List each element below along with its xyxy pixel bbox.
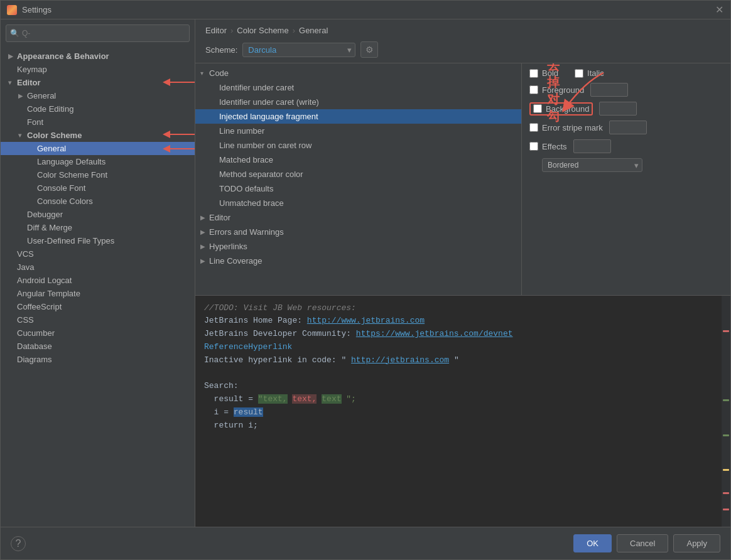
code-result-highlight: result [234,407,263,417]
main-content: Editor › Color Scheme › General Scheme: … [195,19,730,527]
sidebar-item-console-colors[interactable]: Console Colors [1,195,195,208]
scheme-tree-matched-brace[interactable]: Matched brace [195,153,521,167]
bold-checkbox-label[interactable]: Bold [529,68,558,78]
window-title: Settings [22,5,714,14]
highlight-text2: text, [292,394,317,404]
expand-arrow: ▶ [8,53,17,60]
sidebar-item-lang-defaults[interactable]: Language Defaults [1,155,195,168]
breadcrumb-sep1: › [230,26,233,35]
sidebar-item-database[interactable]: Database [1,340,195,353]
effects-type-select[interactable]: Bordered Underscored Bold underscored Wa… [542,158,642,172]
code-inactive-line: Inactive hyperlink in code: " http://jet… [204,354,722,367]
scroll-mark-5 [723,492,729,494]
scheme-tree-hyperlinks[interactable]: ▶ Hyperlinks [195,239,521,254]
sidebar-item-css[interactable]: CSS [1,313,195,326]
ok-button[interactable]: OK [573,534,612,552]
background-checkbox-label[interactable]: Background [529,102,593,116]
sidebar-tree: ▶ Appearance & Behavior Keymap ▾ Editor [1,47,195,527]
effects-type-wrapper: Bordered Underscored Bold underscored Wa… [542,158,642,172]
search-input[interactable] [22,29,185,38]
foreground-checkbox[interactable] [529,85,538,94]
search-box[interactable]: 🔍 [6,24,190,42]
search-icon: 🔍 [10,29,19,38]
sidebar-item-vcs[interactable]: VCS [1,247,195,261]
sidebar-item-diagrams[interactable]: Diagrams [1,353,195,366]
sidebar-item-diff-merge[interactable]: Diff & Merge [1,221,195,234]
scheme-tree-inner: ▾ Code Identifier under caret Identifier… [195,63,521,295]
general-arrow [160,141,195,157]
scheme-tree-method-sep[interactable]: Method separator color [195,167,521,181]
sidebar-item-appearance[interactable]: ▶ Appearance & Behavior [1,50,195,63]
background-swatch[interactable] [599,102,637,116]
scheme-tree-identifier-write[interactable]: Identifier under caret (write) [195,95,521,109]
sidebar-item-console-font[interactable]: Console Font [1,181,195,195]
error-stripe-checkbox-label[interactable]: Error stripe mark [529,123,603,132]
editor-arrow [160,73,195,92]
help-button[interactable]: ? [11,536,26,551]
sidebar-item-general-cs[interactable]: General [1,142,195,155]
code-return-line: return i; [204,419,722,433]
sidebar-item-coffeescript[interactable]: CoffeeScript [1,300,195,313]
properties-panel: Bold Italic Foreground [522,63,730,295]
inactive-link[interactable]: http://jetbrains.com [351,355,449,365]
sidebar-item-user-defined[interactable]: User-Defined File Types [1,234,195,247]
scheme-tree-code[interactable]: ▾ Code [195,66,521,80]
scheme-tree-line-number-caret[interactable]: Line number on caret row [195,138,521,153]
sidebar-item-angular[interactable]: Angular Template [1,287,195,300]
sidebar-item-color-scheme-font[interactable]: Color Scheme Font [1,168,195,181]
scheme-label: Scheme: [205,45,237,55]
close-button[interactable]: ✕ [714,5,724,15]
italic-checkbox[interactable] [575,69,583,78]
sidebar-item-debugger[interactable]: Debugger [1,208,195,221]
cancel-button[interactable]: Cancel [617,534,668,552]
sidebar-item-cucumber[interactable]: Cucumber [1,326,195,340]
code-result-line: result = "text, text, text "; [204,393,722,406]
scheme-tree-unmatched[interactable]: Unmatched brace [195,196,521,210]
scheme-tree-injected[interactable]: Injected language fragment [195,109,521,124]
scheme-tree-line-number[interactable]: Line number [195,124,521,138]
expand-arrow: ▾ [18,132,27,139]
scheme-tree-todo[interactable]: TODO defaults [195,181,521,196]
home-link[interactable]: http://www.jetbrains.com [307,316,425,325]
sidebar-item-editor[interactable]: ▾ Editor [1,76,195,89]
sidebar-item-keymap[interactable]: Keymap [1,63,195,76]
error-stripe-checkbox[interactable] [529,123,538,132]
scheme-tree-line-coverage[interactable]: ▶ Line Coverage [195,254,521,268]
foreground-swatch[interactable] [590,83,628,97]
sidebar-item-java[interactable]: Java [1,261,195,274]
foreground-checkbox-label[interactable]: Foreground [529,85,584,95]
community-link[interactable]: https://www.jetbrains.com/devnet [356,329,513,338]
sidebar-item-code-editing[interactable]: Code Editing [1,102,195,116]
scroll-mark-1 [723,330,729,332]
effects-checkbox-label[interactable]: Effects [529,142,567,151]
scheme-tree-editor[interactable]: ▶ Editor [195,210,521,225]
code-comment: //TODO: Visit JB Web resources: [204,302,722,315]
content-split: ▾ Code Identifier under caret Identifier… [195,63,730,295]
effects-checkbox[interactable] [529,142,538,151]
breadcrumb-sep2: › [293,26,295,35]
background-checkbox[interactable] [533,104,542,113]
sidebar-item-android[interactable]: Android Logcat [1,274,195,287]
scroll-mark-4 [723,469,729,471]
title-bar: Settings ✕ [1,1,730,19]
scheme-select-wrapper: Darcula Default High contrast Monokai [242,43,355,57]
preview-scrollbar[interactable] [722,296,730,527]
bordered-row: Bordered Underscored Bold underscored Wa… [529,158,723,172]
scheme-select[interactable]: Darcula Default High contrast Monokai [242,43,355,57]
sidebar-item-color-scheme[interactable]: ▾ Color Scheme [1,129,195,142]
apply-button[interactable]: Apply [673,534,720,552]
scheme-tree-identifier[interactable]: Identifier under caret [195,80,521,95]
error-stripe-swatch[interactable] [609,121,647,134]
settings-dialog: Settings ✕ 🔍 ▶ Appearance & Behavior Key… [0,0,731,560]
breadcrumb: Editor › Color Scheme › General [195,19,730,39]
color-scheme-arrow [160,126,195,143]
error-stripe-row: Error stripe mark [529,121,723,134]
sidebar-item-font[interactable]: Font [1,116,195,129]
bold-checkbox[interactable] [529,69,538,78]
effects-swatch[interactable] [573,139,611,153]
sidebar-item-general[interactable]: ▶ General [1,89,195,102]
app-icon [7,5,17,15]
scheme-tree-errors[interactable]: ▶ Errors and Warnings [195,225,521,239]
gear-button[interactable]: ⚙ [360,41,378,58]
italic-checkbox-label[interactable]: Italic [575,68,604,78]
